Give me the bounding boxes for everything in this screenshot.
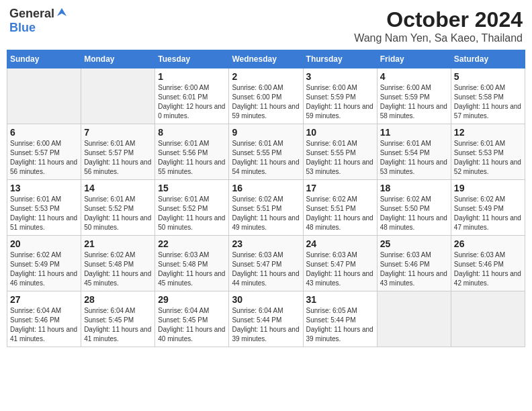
day-number: 7 bbox=[84, 127, 152, 138]
calendar-cell: 22Sunrise: 6:03 AMSunset: 5:48 PMDayligh… bbox=[155, 236, 229, 291]
day-number: 31 bbox=[306, 294, 374, 305]
header-thursday: Thursday bbox=[303, 50, 377, 68]
calendar-week-row: 6Sunrise: 6:00 AMSunset: 5:57 PMDaylight… bbox=[7, 124, 525, 180]
day-number: 14 bbox=[84, 183, 152, 193]
day-number: 6 bbox=[10, 127, 78, 138]
day-detail: Sunrise: 6:02 AMSunset: 5:48 PMDaylight:… bbox=[84, 250, 152, 288]
location-title: Wang Nam Yen, Sa Kaeo, Thailand bbox=[354, 32, 523, 44]
calendar-cell: 25Sunrise: 6:03 AMSunset: 5:46 PMDayligh… bbox=[377, 236, 451, 291]
day-detail: Sunrise: 6:04 AMSunset: 5:46 PMDaylight:… bbox=[10, 306, 78, 344]
day-number: 16 bbox=[232, 183, 300, 193]
calendar-cell: 4Sunrise: 6:00 AMSunset: 5:59 PMDaylight… bbox=[377, 68, 451, 124]
calendar-cell: 13Sunrise: 6:01 AMSunset: 5:53 PMDayligh… bbox=[7, 180, 81, 236]
header-sunday: Sunday bbox=[7, 50, 81, 68]
day-detail: Sunrise: 6:01 AMSunset: 5:52 PMDaylight:… bbox=[84, 195, 152, 232]
day-detail: Sunrise: 6:01 AMSunset: 5:54 PMDaylight:… bbox=[380, 139, 448, 177]
calendar-cell: 10Sunrise: 6:01 AMSunset: 5:55 PMDayligh… bbox=[303, 124, 377, 180]
calendar-cell: 18Sunrise: 6:02 AMSunset: 5:50 PMDayligh… bbox=[377, 180, 451, 236]
day-detail: Sunrise: 6:00 AMSunset: 5:57 PMDaylight:… bbox=[10, 139, 78, 177]
calendar-cell: 19Sunrise: 6:02 AMSunset: 5:49 PMDayligh… bbox=[451, 180, 525, 236]
page-header: General Blue October 2024 Wang Nam Yen, … bbox=[7, 7, 525, 44]
header-friday: Friday bbox=[377, 50, 451, 68]
day-detail: Sunrise: 6:01 AMSunset: 5:53 PMDaylight:… bbox=[454, 139, 522, 177]
header-wednesday: Wednesday bbox=[229, 50, 303, 68]
calendar-week-row: 27Sunrise: 6:04 AMSunset: 5:46 PMDayligh… bbox=[7, 291, 525, 347]
calendar-cell: 15Sunrise: 6:01 AMSunset: 5:52 PMDayligh… bbox=[155, 180, 229, 236]
calendar-week-row: 20Sunrise: 6:02 AMSunset: 5:49 PMDayligh… bbox=[7, 236, 525, 291]
calendar-cell: 20Sunrise: 6:02 AMSunset: 5:49 PMDayligh… bbox=[7, 236, 81, 291]
day-detail: Sunrise: 6:03 AMSunset: 5:47 PMDaylight:… bbox=[306, 250, 374, 288]
calendar-cell: 28Sunrise: 6:04 AMSunset: 5:45 PMDayligh… bbox=[81, 291, 155, 347]
calendar-cell: 7Sunrise: 6:01 AMSunset: 5:57 PMDaylight… bbox=[81, 124, 155, 180]
day-number: 17 bbox=[306, 183, 374, 193]
calendar-cell: 31Sunrise: 6:05 AMSunset: 5:44 PMDayligh… bbox=[303, 291, 377, 347]
day-detail: Sunrise: 6:04 AMSunset: 5:44 PMDaylight:… bbox=[232, 306, 300, 344]
calendar-cell: 14Sunrise: 6:01 AMSunset: 5:52 PMDayligh… bbox=[81, 180, 155, 236]
calendar-cell: 5Sunrise: 6:00 AMSunset: 5:58 PMDaylight… bbox=[451, 68, 525, 124]
day-detail: Sunrise: 6:01 AMSunset: 5:53 PMDaylight:… bbox=[10, 195, 78, 232]
day-number: 11 bbox=[380, 127, 448, 138]
title-block: October 2024 Wang Nam Yen, Sa Kaeo, Thai… bbox=[354, 7, 523, 44]
calendar-cell: 11Sunrise: 6:01 AMSunset: 5:54 PMDayligh… bbox=[377, 124, 451, 180]
svg-marker-0 bbox=[57, 8, 66, 16]
header-tuesday: Tuesday bbox=[155, 50, 229, 68]
day-detail: Sunrise: 6:00 AMSunset: 5:59 PMDaylight:… bbox=[306, 83, 374, 121]
day-number: 19 bbox=[454, 183, 522, 193]
day-detail: Sunrise: 6:03 AMSunset: 5:47 PMDaylight:… bbox=[232, 250, 300, 288]
logo-general-text: General bbox=[9, 7, 54, 21]
calendar-cell: 27Sunrise: 6:04 AMSunset: 5:46 PMDayligh… bbox=[7, 291, 81, 347]
day-detail: Sunrise: 6:01 AMSunset: 5:55 PMDaylight:… bbox=[306, 139, 374, 177]
logo-blue-text: Blue bbox=[9, 21, 36, 35]
calendar-cell: 26Sunrise: 6:03 AMSunset: 5:46 PMDayligh… bbox=[451, 236, 525, 291]
calendar-cell: 6Sunrise: 6:00 AMSunset: 5:57 PMDaylight… bbox=[7, 124, 81, 180]
calendar-header-row: SundayMondayTuesdayWednesdayThursdayFrid… bbox=[7, 50, 525, 68]
calendar-cell: 29Sunrise: 6:04 AMSunset: 5:45 PMDayligh… bbox=[155, 291, 229, 347]
day-number: 24 bbox=[306, 238, 374, 249]
day-number: 10 bbox=[306, 127, 374, 138]
calendar-table: SundayMondayTuesdayWednesdayThursdayFrid… bbox=[7, 50, 525, 347]
day-detail: Sunrise: 6:00 AMSunset: 6:01 PMDaylight:… bbox=[158, 83, 226, 121]
calendar-cell bbox=[81, 68, 155, 124]
day-detail: Sunrise: 6:02 AMSunset: 5:49 PMDaylight:… bbox=[454, 195, 522, 232]
day-number: 28 bbox=[84, 294, 152, 305]
day-detail: Sunrise: 6:02 AMSunset: 5:49 PMDaylight:… bbox=[10, 250, 78, 288]
day-detail: Sunrise: 6:00 AMSunset: 6:00 PMDaylight:… bbox=[232, 83, 300, 121]
day-number: 27 bbox=[10, 294, 78, 305]
calendar-cell bbox=[377, 291, 451, 347]
day-detail: Sunrise: 6:01 AMSunset: 5:52 PMDaylight:… bbox=[158, 195, 226, 232]
calendar-week-row: 13Sunrise: 6:01 AMSunset: 5:53 PMDayligh… bbox=[7, 180, 525, 236]
day-detail: Sunrise: 6:01 AMSunset: 5:57 PMDaylight:… bbox=[84, 139, 152, 177]
logo-bird-icon bbox=[56, 7, 68, 19]
calendar-cell: 17Sunrise: 6:02 AMSunset: 5:51 PMDayligh… bbox=[303, 180, 377, 236]
day-detail: Sunrise: 6:04 AMSunset: 5:45 PMDaylight:… bbox=[158, 306, 226, 344]
day-number: 1 bbox=[158, 71, 226, 82]
day-detail: Sunrise: 6:02 AMSunset: 5:51 PMDaylight:… bbox=[306, 195, 374, 232]
calendar-cell bbox=[451, 291, 525, 347]
day-detail: Sunrise: 6:03 AMSunset: 5:48 PMDaylight:… bbox=[158, 250, 226, 288]
day-number: 8 bbox=[158, 127, 226, 138]
calendar-cell: 12Sunrise: 6:01 AMSunset: 5:53 PMDayligh… bbox=[451, 124, 525, 180]
calendar-cell: 8Sunrise: 6:01 AMSunset: 5:56 PMDaylight… bbox=[155, 124, 229, 180]
day-number: 5 bbox=[454, 71, 522, 82]
calendar-cell: 2Sunrise: 6:00 AMSunset: 6:00 PMDaylight… bbox=[229, 68, 303, 124]
day-number: 12 bbox=[454, 127, 522, 138]
header-monday: Monday bbox=[81, 50, 155, 68]
day-number: 3 bbox=[306, 71, 374, 82]
calendar-cell: 21Sunrise: 6:02 AMSunset: 5:48 PMDayligh… bbox=[81, 236, 155, 291]
calendar-cell: 30Sunrise: 6:04 AMSunset: 5:44 PMDayligh… bbox=[229, 291, 303, 347]
day-number: 26 bbox=[454, 238, 522, 249]
day-detail: Sunrise: 6:01 AMSunset: 5:56 PMDaylight:… bbox=[158, 139, 226, 177]
logo: General Blue bbox=[9, 7, 68, 35]
day-number: 22 bbox=[158, 238, 226, 249]
day-number: 30 bbox=[232, 294, 300, 305]
calendar-cell: 24Sunrise: 6:03 AMSunset: 5:47 PMDayligh… bbox=[303, 236, 377, 291]
day-detail: Sunrise: 6:03 AMSunset: 5:46 PMDaylight:… bbox=[454, 250, 522, 288]
day-detail: Sunrise: 6:02 AMSunset: 5:50 PMDaylight:… bbox=[380, 195, 448, 232]
calendar-cell: 9Sunrise: 6:01 AMSunset: 5:55 PMDaylight… bbox=[229, 124, 303, 180]
day-detail: Sunrise: 6:02 AMSunset: 5:51 PMDaylight:… bbox=[232, 195, 300, 232]
day-detail: Sunrise: 6:00 AMSunset: 5:59 PMDaylight:… bbox=[380, 83, 448, 121]
day-detail: Sunrise: 6:05 AMSunset: 5:44 PMDaylight:… bbox=[306, 306, 374, 344]
header-saturday: Saturday bbox=[451, 50, 525, 68]
calendar-cell: 23Sunrise: 6:03 AMSunset: 5:47 PMDayligh… bbox=[229, 236, 303, 291]
day-detail: Sunrise: 6:04 AMSunset: 5:45 PMDaylight:… bbox=[84, 306, 152, 344]
